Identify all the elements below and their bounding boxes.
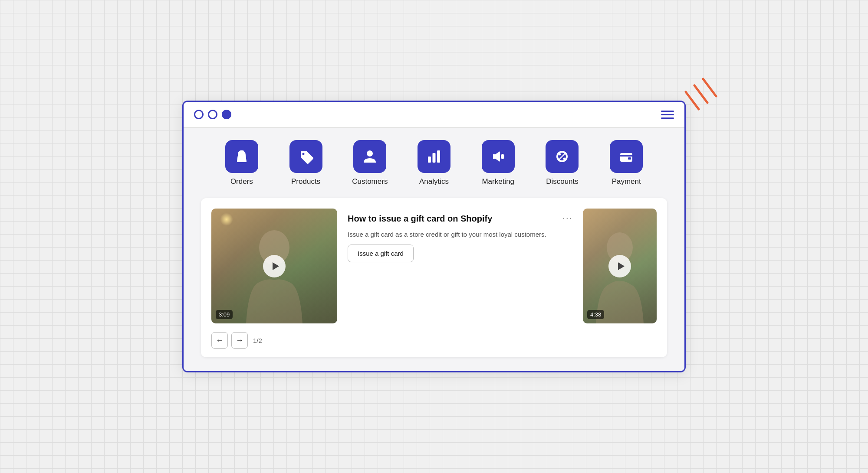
video-duration-1: 3:09 xyxy=(216,310,233,319)
shopping-bag-icon xyxy=(233,148,250,165)
dot-1 xyxy=(194,110,204,119)
svg-rect-8 xyxy=(437,150,440,163)
nav-label-marketing: Marketing xyxy=(482,177,514,186)
video-description: Issue a gift card as a store credit or g… xyxy=(348,229,572,239)
nav-icon-box-customers xyxy=(353,140,386,173)
video-title: How to issue a gift card on Shopify xyxy=(348,213,557,224)
video-duration-2: 4:38 xyxy=(587,310,604,319)
dot-2 xyxy=(208,110,217,119)
svg-point-4 xyxy=(302,153,304,155)
nav-item-discounts[interactable]: Discounts xyxy=(530,140,595,186)
play-button-1[interactable] xyxy=(263,255,286,277)
nav-item-orders[interactable]: Orders xyxy=(210,140,274,186)
nav-label-orders: Orders xyxy=(230,177,253,186)
video-cards-row: 3:09 How to issue a gift card on Shopify… xyxy=(211,209,657,323)
nav-label-payment: Payment xyxy=(612,177,641,186)
play-icon-2 xyxy=(616,261,625,271)
browser-dots xyxy=(194,110,231,119)
svg-point-5 xyxy=(367,150,373,157)
video-thumbnail-2[interactable]: 4:38 xyxy=(583,209,657,323)
more-options-icon[interactable]: ··· xyxy=(562,213,572,223)
bar-chart-icon xyxy=(425,148,443,165)
svg-line-0 xyxy=(703,79,716,96)
person-icon xyxy=(361,148,378,165)
nav-icons: Orders Products xyxy=(201,140,667,186)
nav-icon-box-marketing xyxy=(482,140,515,173)
second-video: 4:38 xyxy=(583,209,657,323)
video-section: 3:09 How to issue a gift card on Shopify… xyxy=(201,198,667,357)
svg-point-14 xyxy=(563,158,566,160)
nav-label-analytics: Analytics xyxy=(419,177,449,186)
wallet-icon xyxy=(618,148,635,165)
svg-rect-17 xyxy=(620,155,632,157)
svg-marker-22 xyxy=(618,262,625,270)
browser-window: Orders Products xyxy=(182,101,686,372)
svg-line-2 xyxy=(686,92,699,109)
nav-icon-box-discounts xyxy=(546,140,579,173)
svg-point-13 xyxy=(559,153,561,156)
nav-item-marketing[interactable]: Marketing xyxy=(466,140,530,186)
nav-item-customers[interactable]: Customers xyxy=(338,140,402,186)
tag-icon xyxy=(297,148,315,165)
percent-icon xyxy=(553,148,571,165)
prev-button[interactable]: ← xyxy=(211,332,228,349)
svg-marker-20 xyxy=(273,262,279,270)
page-count: 1/2 xyxy=(253,337,262,344)
next-button[interactable]: → xyxy=(231,332,248,349)
video-info: How to issue a gift card on Shopify ··· … xyxy=(337,209,583,323)
nav-item-analytics[interactable]: Analytics xyxy=(402,140,466,186)
nav-icon-box-orders xyxy=(225,140,258,173)
browser-titlebar xyxy=(184,102,684,128)
hamburger-line-1 xyxy=(661,111,674,112)
pagination-row: ← → 1/2 xyxy=(211,332,657,349)
nav-label-discounts: Discounts xyxy=(546,177,579,186)
hamburger-line-3 xyxy=(661,117,674,119)
svg-rect-7 xyxy=(433,153,436,163)
issue-gift-card-button[interactable]: Issue a gift card xyxy=(348,245,414,262)
nav-label-products: Products xyxy=(291,177,320,186)
video-info-header: How to issue a gift card on Shopify ··· xyxy=(348,213,572,224)
nav-icon-box-payment xyxy=(610,140,643,173)
nav-icon-box-analytics xyxy=(418,140,450,173)
nav-item-products[interactable]: Products xyxy=(274,140,338,186)
video-thumbnail-1[interactable]: 3:09 xyxy=(211,209,337,323)
dot-3 xyxy=(222,110,231,119)
hamburger-line-2 xyxy=(661,114,674,115)
megaphone-icon xyxy=(490,148,507,165)
svg-line-1 xyxy=(694,85,707,103)
svg-rect-9 xyxy=(493,154,495,159)
svg-rect-6 xyxy=(428,157,431,163)
browser-content: Orders Products xyxy=(184,128,684,371)
hamburger-icon[interactable] xyxy=(661,111,674,119)
nav-item-payment[interactable]: Payment xyxy=(594,140,658,186)
play-icon-1 xyxy=(270,261,280,271)
svg-rect-16 xyxy=(620,153,632,162)
nav-label-customers: Customers xyxy=(352,177,388,186)
play-button-2[interactable] xyxy=(608,255,631,277)
main-video-card: 3:09 How to issue a gift card on Shopify… xyxy=(211,209,583,323)
svg-rect-18 xyxy=(628,157,631,160)
svg-point-10 xyxy=(501,154,504,159)
nav-icon-box-products xyxy=(289,140,322,173)
page-wrapper: Orders Products xyxy=(182,101,686,372)
